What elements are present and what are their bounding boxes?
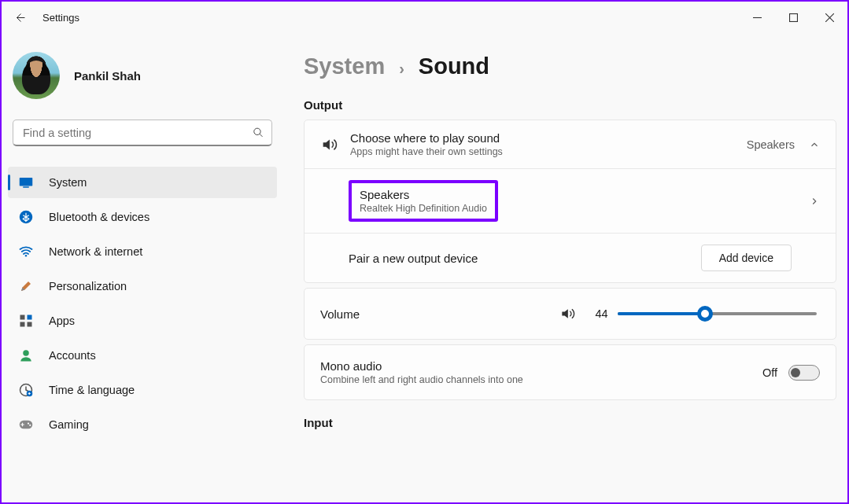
svg-rect-8 [20, 322, 25, 327]
minimize-button[interactable] [739, 3, 775, 31]
svg-rect-9 [28, 322, 32, 327]
pair-device-row: Pair a new output device Add device [305, 233, 836, 282]
mono-audio-row: Mono audio Combine left and right audio … [305, 345, 836, 399]
back-arrow-icon [14, 11, 28, 24]
sidebar-item-network[interactable]: Network & internet [8, 236, 277, 267]
output-section-title: Output [304, 98, 836, 112]
sidebar-item-accounts[interactable]: Accounts [8, 340, 277, 371]
output-device-value: Speakers [747, 138, 795, 151]
profile[interactable]: Pankil Shah [8, 39, 277, 120]
sidebar-item-label: Bluetooth & devices [49, 211, 149, 223]
back-button[interactable] [9, 6, 31, 28]
sidebar-item-gaming[interactable]: Gaming [8, 409, 277, 440]
svg-rect-3 [23, 186, 29, 188]
svg-rect-2 [20, 178, 33, 186]
time-language-icon [19, 383, 33, 397]
svg-point-10 [23, 350, 29, 356]
breadcrumb: System › Sound [304, 53, 836, 79]
system-icon [19, 175, 33, 189]
volume-slider[interactable] [618, 312, 817, 315]
close-button[interactable] [811, 3, 847, 31]
chevron-right-icon: › [399, 60, 404, 78]
personalization-icon [19, 279, 33, 293]
mono-state-label: Off [762, 366, 777, 379]
sidebar-item-label: System [49, 176, 87, 189]
maximize-button[interactable] [775, 3, 811, 31]
volume-icon[interactable] [559, 306, 575, 322]
maximize-icon [789, 13, 798, 22]
minimize-icon [753, 13, 762, 22]
sidebar-item-label: Gaming [49, 418, 89, 431]
profile-name: Pankil Shah [74, 69, 141, 83]
sidebar-item-label: Accounts [49, 349, 96, 362]
svg-point-5 [25, 255, 27, 256]
svg-rect-7 [28, 315, 32, 320]
choose-output-row[interactable]: Choose where to play sound Apps might ha… [305, 120, 836, 168]
volume-label: Volume [320, 307, 360, 321]
input-section-title: Input [304, 416, 836, 429]
volume-row: Volume 44 [305, 289, 836, 339]
speakers-label: Speakers [360, 188, 487, 201]
apps-icon [19, 314, 33, 328]
network-icon [19, 245, 33, 259]
mono-audio-sublabel: Combine left and right audio channels in… [320, 374, 523, 385]
search-input[interactable] [13, 120, 272, 146]
speakers-row[interactable]: Speakers Realtek High Definition Audio [305, 168, 836, 233]
svg-point-15 [29, 425, 31, 426]
close-icon [825, 13, 834, 22]
page-title: Sound [419, 53, 489, 79]
sidebar-item-bluetooth[interactable]: Bluetooth & devices [8, 201, 277, 233]
volume-value: 44 [586, 307, 608, 320]
sidebar-item-time-language[interactable]: Time & language [8, 374, 277, 406]
window-title: Settings [42, 12, 79, 24]
sidebar-item-label: Network & internet [49, 245, 142, 258]
mono-audio-label: Mono audio [320, 359, 523, 373]
chevron-up-icon [809, 139, 820, 150]
gaming-icon [19, 418, 33, 432]
sidebar-item-apps[interactable]: Apps [8, 305, 277, 337]
sidebar-item-label: Apps [49, 315, 75, 327]
svg-point-1 [253, 128, 260, 134]
search-icon [253, 127, 264, 138]
search-field[interactable] [23, 127, 253, 139]
slider-thumb[interactable] [697, 306, 713, 322]
speaker-icon [320, 136, 350, 153]
avatar [13, 52, 60, 99]
add-device-button[interactable]: Add device [701, 245, 792, 271]
mono-toggle[interactable] [788, 365, 820, 381]
breadcrumb-parent[interactable]: System [304, 53, 385, 79]
choose-output-sublabel: Apps might have their own settings [350, 146, 503, 157]
sidebar-item-label: Time & language [49, 384, 135, 396]
svg-rect-0 [789, 13, 797, 21]
accounts-icon [19, 348, 33, 362]
bluetooth-icon [19, 210, 33, 224]
svg-rect-6 [20, 315, 25, 320]
sidebar-item-system[interactable]: System [8, 167, 277, 198]
sidebar-item-label: Personalization [49, 280, 127, 292]
svg-point-14 [28, 422, 29, 424]
sidebar-item-personalization[interactable]: Personalization [8, 270, 277, 302]
speakers-sublabel: Realtek High Definition Audio [360, 203, 487, 214]
pair-device-label: Pair a new output device [349, 252, 478, 265]
choose-output-label: Choose where to play sound [350, 131, 503, 145]
chevron-right-icon [809, 196, 820, 207]
